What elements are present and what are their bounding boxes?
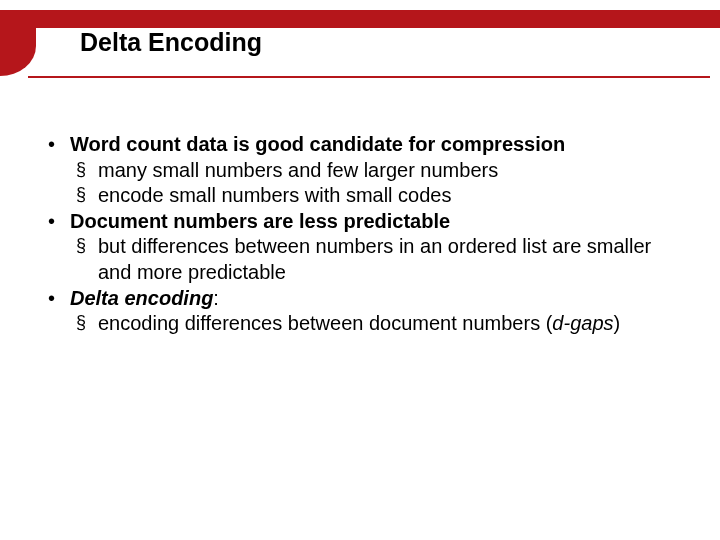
sub-bullet-text: but differences between numbers in an or… xyxy=(98,235,651,283)
title-underline xyxy=(28,76,710,78)
bullet-text: Word count data is good candidate for co… xyxy=(70,133,565,155)
bullet-colon: : xyxy=(213,287,219,309)
bullet-item: Document numbers are less predictable bu… xyxy=(42,209,678,286)
sub-bullet-text-pre: encoding differences between document nu… xyxy=(98,312,552,334)
sub-bullet-item: encode small numbers with small codes xyxy=(70,183,678,209)
bullet-item: Word count data is good candidate for co… xyxy=(42,132,678,209)
sub-bullet-list: many small numbers and few larger number… xyxy=(70,158,678,209)
title-area: Delta Encoding xyxy=(80,28,700,65)
sub-bullet-text-post: ) xyxy=(614,312,621,334)
bullet-text: Document numbers are less predictable xyxy=(70,210,450,232)
sub-bullet-text-em: d-gaps xyxy=(552,312,613,334)
sub-bullet-item: but differences between numbers in an or… xyxy=(70,234,678,285)
bullet-label: Delta encoding xyxy=(70,287,213,309)
sub-bullet-text: many small numbers and few larger number… xyxy=(98,159,498,181)
header-band xyxy=(0,10,720,28)
slide-title: Delta Encoding xyxy=(80,28,700,65)
sub-bullet-item: encoding differences between document nu… xyxy=(70,311,678,337)
bullet-list: Word count data is good candidate for co… xyxy=(42,132,678,337)
sub-bullet-item: many small numbers and few larger number… xyxy=(70,158,678,184)
bullet-item: Delta encoding: encoding differences bet… xyxy=(42,286,678,337)
slide-content: Word count data is good candidate for co… xyxy=(42,132,678,337)
sub-bullet-list: but differences between numbers in an or… xyxy=(70,234,678,285)
sub-bullet-text: encode small numbers with small codes xyxy=(98,184,452,206)
sub-bullet-list: encoding differences between document nu… xyxy=(70,311,678,337)
header-corner xyxy=(0,10,36,76)
slide: Delta Encoding Word count data is good c… xyxy=(0,0,720,540)
